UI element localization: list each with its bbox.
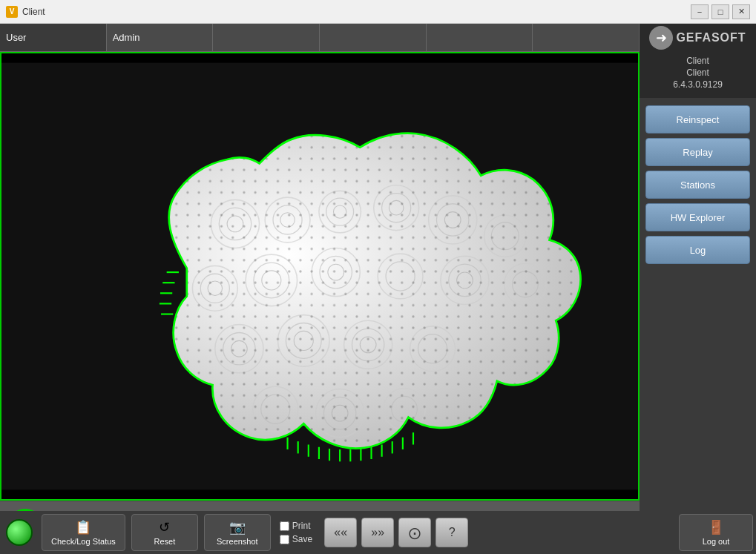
logout-icon: 🚪 <box>708 519 724 535</box>
save-row: Save <box>280 534 312 544</box>
window-controls: − □ ✕ <box>691 4 750 19</box>
logo-text: GEFASOFT <box>676 31 746 44</box>
stations-button[interactable]: Stations <box>645 171 750 199</box>
right-sidebar: ➜ GEFASOFT Client Client 6.4.3.0.9129 Re… <box>640 24 756 554</box>
screenshot-button[interactable]: 📷 Screenshot <box>204 514 271 551</box>
gefasoft-logo: ➜ GEFASOFT <box>649 26 746 50</box>
nav-buttons: «« »» ⨀ ? <box>324 518 468 547</box>
check-log-icon: 📋 <box>75 519 91 535</box>
client-info: Client Client 6.4.3.0.9129 <box>667 50 729 96</box>
print-save-area: Print Save <box>280 521 312 544</box>
header-cell-4 <box>320 24 427 51</box>
save-label[interactable]: Save <box>292 534 312 544</box>
client-version: 6.4.3.0.9129 <box>673 79 723 90</box>
title-bar: V Client − □ ✕ <box>0 0 756 24</box>
replay-button[interactable]: Replay <box>645 138 750 166</box>
screenshot-icon: 📷 <box>229 519 246 535</box>
close-button[interactable]: ✕ <box>732 4 750 19</box>
title-bar-left: V Client <box>6 6 45 18</box>
reinspect-button[interactable]: Reinspect <box>645 105 750 133</box>
save-checkbox[interactable] <box>280 535 289 544</box>
check-log-button[interactable]: 📋 Check/Log Status <box>42 514 125 551</box>
minimize-button[interactable]: − <box>691 4 709 19</box>
app-icon: V <box>6 6 18 18</box>
print-label[interactable]: Print <box>292 521 311 531</box>
user-label: User <box>0 24 107 51</box>
reset-button[interactable]: ↺ Reset <box>131 514 198 551</box>
logo-area: ➜ GEFASOFT Client Client 6.4.3.0.9129 <box>640 24 756 98</box>
hw-explorer-button[interactable]: HW Explorer <box>645 203 750 231</box>
inspection-image <box>0 52 640 501</box>
bottom-toolbar: 📋 Check/Log Status ↺ Reset 📷 Screenshot … <box>0 511 756 554</box>
client-line-1: Client <box>686 56 709 66</box>
nav-expand-button[interactable]: ⨀ <box>398 518 431 547</box>
check-log-label: Check/Log Status <box>51 537 116 546</box>
center-area: User Admin <box>0 24 640 554</box>
inspection-svg <box>1 53 638 499</box>
logout-button[interactable]: 🚪 Log out <box>679 514 753 551</box>
main-layout: User Admin <box>0 24 756 554</box>
header-cell-6 <box>533 24 640 51</box>
print-checkbox[interactable] <box>280 521 289 531</box>
nav-back-button[interactable]: «« <box>324 518 357 547</box>
green-indicator <box>6 519 33 546</box>
sidebar-buttons: Reinspect Replay Stations HW Explorer Lo… <box>640 98 756 554</box>
nav-help-button[interactable]: ? <box>435 518 468 547</box>
reset-label: Reset <box>154 537 175 546</box>
print-row: Print <box>280 521 312 531</box>
log-button[interactable]: Log <box>645 236 750 264</box>
maximize-button[interactable]: □ <box>711 4 729 19</box>
nav-forward-button[interactable]: »» <box>361 518 394 547</box>
screenshot-label: Screenshot <box>217 537 258 546</box>
window-title: Client <box>22 7 45 17</box>
header-cell-5 <box>427 24 533 51</box>
header-row: User Admin <box>0 24 640 52</box>
reset-icon: ↺ <box>159 519 170 535</box>
logout-label: Log out <box>703 537 730 546</box>
admin-label: Admin <box>107 24 214 51</box>
client-line-2: Client <box>686 67 709 78</box>
header-cell-3 <box>213 24 320 51</box>
logo-arrow-icon: ➜ <box>649 26 673 50</box>
